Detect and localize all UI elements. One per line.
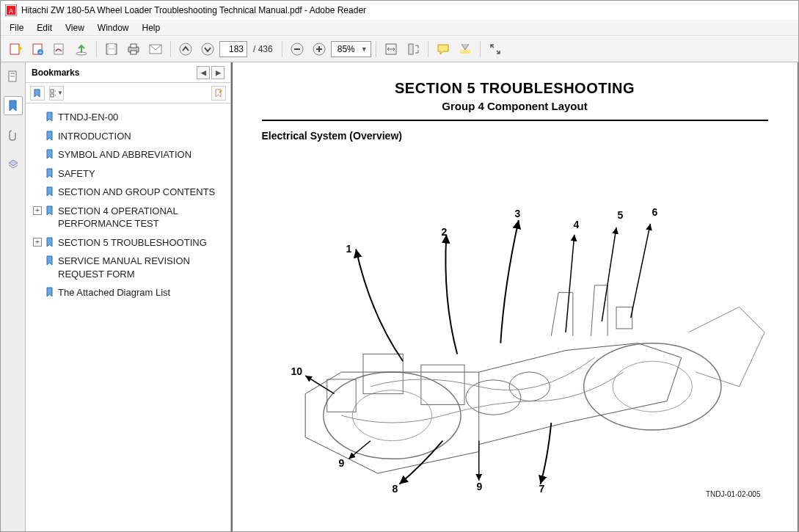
bookmark-icon <box>45 255 55 266</box>
menu-help[interactable]: Help <box>136 21 167 34</box>
toolbar-separator <box>376 41 376 57</box>
fit-page-button[interactable] <box>403 39 423 59</box>
pdf-page: SECTION 5 TROUBLESHOOTING Group 4 Compon… <box>233 62 798 531</box>
bookmark-item[interactable]: INTRODUCTION <box>29 127 227 146</box>
menu-window[interactable]: Window <box>92 21 135 34</box>
expand-icon[interactable]: + <box>33 238 42 247</box>
find-bookmark-button[interactable] <box>211 86 226 101</box>
svg-rect-14 <box>131 51 136 54</box>
bookmark-icon <box>45 131 55 141</box>
toolbar-separator <box>96 41 97 57</box>
bookmark-icon <box>45 168 55 178</box>
bookmarks-tree: TTNDJ-EN-00INTRODUCTIONSYMBOL AND ABBREV… <box>26 103 230 531</box>
callout-9b: 9 <box>339 457 345 469</box>
print-button[interactable] <box>123 39 144 59</box>
callout-9a: 9 <box>477 481 483 492</box>
svg-rect-13 <box>131 44 136 48</box>
adobe-reader-icon: A <box>5 4 17 16</box>
bookmarks-panel: Bookmarks ◀ ▶ ▼ TTNDJ-EN-00INTRODUCTIONS… <box>26 62 231 531</box>
window-title: Hitachi ZW 180-5A Wheel Loader Troublesh… <box>21 5 366 15</box>
callout-5: 5 <box>618 209 624 221</box>
menu-bar: File Edit View Window Help <box>1 20 798 36</box>
new-bookmark-button[interactable] <box>30 86 45 101</box>
document-viewport[interactable]: SECTION 5 TROUBLESHOOTING Group 4 Compon… <box>231 62 798 531</box>
svg-rect-3 <box>10 44 19 54</box>
callout-2: 2 <box>442 226 448 238</box>
bookmarks-prev-button[interactable]: ◀ <box>197 66 210 79</box>
bookmark-item[interactable]: +SECTION 5 TROUBLESHOOTING <box>29 233 227 252</box>
svg-rect-11 <box>109 50 114 54</box>
page-up-button[interactable] <box>175 39 196 59</box>
thumbnails-panel-button[interactable] <box>4 67 23 86</box>
bookmark-item[interactable]: SECTION AND GROUP CONTENTS <box>29 183 227 202</box>
share-button[interactable] <box>71 39 92 59</box>
menu-view[interactable]: View <box>59 21 90 34</box>
figure-reference: TNDJ-01-02-005 <box>706 490 760 498</box>
bookmarks-next-button[interactable]: ▶ <box>211 66 225 79</box>
bookmark-label: SECTION AND GROUP CONTENTS <box>58 186 215 199</box>
menu-edit[interactable]: Edit <box>31 21 58 34</box>
menu-file[interactable]: File <box>4 21 29 34</box>
bookmark-label: SAFETY <box>58 167 95 181</box>
bookmarks-title: Bookmarks <box>32 68 79 78</box>
main-area: Bookmarks ◀ ▶ ▼ TTNDJ-EN-00INTRODUCTIONS… <box>1 62 798 531</box>
callout-4: 4 <box>574 219 580 230</box>
svg-rect-25 <box>409 44 413 54</box>
bookmarks-header: Bookmarks ◀ ▶ <box>26 62 230 83</box>
export-pdf-button[interactable] <box>5 39 26 59</box>
bookmark-item[interactable]: The Attached Diagram List <box>29 283 227 302</box>
callout-1: 1 <box>346 243 352 255</box>
expand-icon[interactable]: + <box>33 206 42 215</box>
callout-6: 6 <box>652 206 658 218</box>
svg-rect-31 <box>51 94 54 97</box>
toolbar: + / 436 85% ▼ <box>1 36 798 62</box>
email-button[interactable] <box>145 39 166 59</box>
svg-point-16 <box>180 43 191 55</box>
svg-rect-19 <box>294 48 300 50</box>
title-bar: A Hitachi ZW 180-5A Wheel Loader Trouble… <box>1 1 798 20</box>
svg-rect-28 <box>10 73 15 74</box>
create-pdf-button[interactable]: + <box>27 39 48 59</box>
navigation-rail <box>1 62 26 531</box>
heading-rule <box>262 120 768 121</box>
layers-panel-button[interactable] <box>4 155 23 174</box>
read-mode-button[interactable] <box>485 39 506 59</box>
svg-text:+: + <box>39 49 43 56</box>
fit-width-button[interactable] <box>381 39 401 59</box>
sign-button[interactable] <box>49 39 70 59</box>
bookmark-item[interactable]: TTNDJ-EN-00 <box>29 108 227 127</box>
svg-rect-38 <box>420 365 464 404</box>
save-button[interactable] <box>101 39 122 59</box>
comment-button[interactable] <box>433 39 453 59</box>
zoom-in-button[interactable] <box>309 39 329 59</box>
zoom-select[interactable]: 85% ▼ <box>331 41 371 57</box>
bookmark-icon <box>45 112 55 122</box>
toolbar-separator <box>170 41 171 57</box>
attachments-panel-button[interactable] <box>4 125 23 145</box>
bookmark-icon <box>45 287 55 297</box>
bookmark-item[interactable]: SYMBOL AND ABBREVIATION <box>29 145 227 164</box>
callout-3: 3 <box>515 208 521 219</box>
svg-rect-29 <box>10 76 15 77</box>
bookmark-item[interactable]: SAFETY <box>29 164 227 183</box>
zoom-out-button[interactable] <box>287 39 307 59</box>
bookmark-item[interactable]: +SECTION 4 OPERATIONAL PERFORMANCE TEST <box>29 202 227 233</box>
highlight-button[interactable] <box>455 39 475 59</box>
chevron-down-icon: ▼ <box>360 45 369 53</box>
section-title: SECTION 5 TROUBLESHOOTING <box>262 80 768 97</box>
bookmark-icon <box>45 186 55 197</box>
page-down-button[interactable] <box>197 39 218 59</box>
wheel-loader-diagram <box>262 149 768 501</box>
bookmark-icon <box>45 205 55 216</box>
bookmark-label: SERVICE MANUAL REVISION REQUEST FORM <box>58 255 225 280</box>
bookmarks-panel-button[interactable] <box>4 96 23 115</box>
bookmarks-options-button[interactable]: ▼ <box>49 86 64 101</box>
svg-text:A: A <box>9 7 13 15</box>
bookmarks-toolbar: ▼ <box>26 83 230 103</box>
svg-point-34 <box>583 343 720 430</box>
bookmark-label: SYMBOL AND ABBREVIATION <box>58 148 191 161</box>
bookmark-item[interactable]: SERVICE MANUAL REVISION REQUEST FORM <box>29 252 227 283</box>
callout-8: 8 <box>393 483 398 495</box>
bookmark-icon <box>45 237 55 247</box>
page-number-input[interactable] <box>219 41 247 57</box>
